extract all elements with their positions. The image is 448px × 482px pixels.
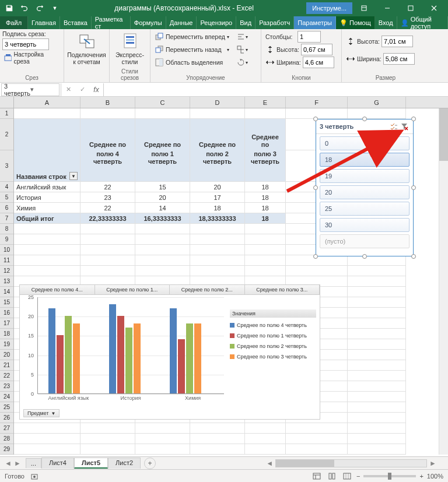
cell[interactable]: 16,33333333 <box>135 213 190 224</box>
cell[interactable] <box>80 234 135 245</box>
cell[interactable] <box>190 434 245 444</box>
cell[interactable]: 18 <box>245 182 286 192</box>
row-header[interactable]: 21 <box>0 360 13 371</box>
bring-forward-button[interactable]: Переместить вперед▾ <box>153 30 231 43</box>
multiselect-icon[interactable] <box>388 122 399 131</box>
cell[interactable] <box>245 434 286 444</box>
cell[interactable] <box>14 245 80 255</box>
cell[interactable]: 15 <box>135 182 190 192</box>
row-header[interactable]: 24 <box>0 392 13 402</box>
ribbon-options-icon[interactable] <box>352 0 376 16</box>
cell[interactable]: 20 <box>135 192 190 203</box>
save-icon[interactable] <box>2 1 16 15</box>
cell[interactable] <box>14 119 80 150</box>
slicer-item-empty[interactable]: (пусто) <box>320 234 410 248</box>
pivot-chart[interactable]: Среднее по полю 4...Среднее по полю 1...… <box>19 284 320 420</box>
legend-item[interactable]: Среднее по полю 1 четверть <box>230 333 316 339</box>
row-header[interactable]: 18 <box>0 329 13 339</box>
cell[interactable] <box>14 266 80 276</box>
cell[interactable]: 22 <box>80 182 135 192</box>
cell[interactable] <box>135 423 190 434</box>
cell[interactable] <box>348 444 406 455</box>
rotate-button[interactable]: ▾ <box>235 56 250 69</box>
cell[interactable] <box>80 423 135 434</box>
tab-file[interactable]: Файл <box>0 16 28 29</box>
cell[interactable]: 18,33333333 <box>190 213 245 224</box>
column-header[interactable]: D <box>190 97 245 108</box>
column-header[interactable]: G <box>348 97 406 108</box>
chart-filter-button[interactable]: Предмет▼ <box>23 409 60 417</box>
zoom-level[interactable]: 100% <box>427 473 443 480</box>
cell[interactable] <box>14 423 80 434</box>
cell[interactable] <box>348 318 406 329</box>
cell[interactable] <box>348 434 406 444</box>
report-connections-button[interactable]: Подключения к отчетам <box>69 30 104 66</box>
cell[interactable]: Названия строк▼ <box>14 150 80 182</box>
cell[interactable] <box>348 308 406 318</box>
tab-layout[interactable]: Разметка ст <box>92 16 131 29</box>
sheet-nav-prev-icon[interactable]: ◄ <box>5 459 12 467</box>
chart-bar[interactable] <box>109 304 116 393</box>
tab-review[interactable]: Рецензиро <box>197 16 236 29</box>
legend-item[interactable]: Среднее по полю 4 четверть <box>230 322 316 328</box>
cell[interactable] <box>14 444 80 455</box>
cell[interactable]: 23 <box>80 192 135 203</box>
vertical-scrollbar[interactable] <box>439 108 448 455</box>
zoom-out-icon[interactable]: − <box>356 473 360 480</box>
chart-bar[interactable] <box>48 308 55 393</box>
chart-bar[interactable] <box>117 316 124 393</box>
slicer-item[interactable]: 0 <box>320 136 410 150</box>
fx-icon[interactable]: fx <box>89 86 103 94</box>
column-header[interactable]: C <box>135 97 190 108</box>
chart-bar[interactable] <box>134 323 141 393</box>
cell[interactable] <box>245 245 286 255</box>
row-header[interactable]: 19 <box>0 339 13 350</box>
cell[interactable]: 22,33333333 <box>80 213 135 224</box>
chart-bar[interactable] <box>65 316 72 393</box>
cell[interactable] <box>14 434 80 444</box>
cell[interactable] <box>286 444 348 455</box>
row-header[interactable]: 7 <box>0 213 13 224</box>
view-normal-icon[interactable] <box>311 472 323 481</box>
cell[interactable]: полю 1 четверть <box>135 150 190 182</box>
cell[interactable] <box>348 402 406 413</box>
cell[interactable] <box>135 434 190 444</box>
select-all-corner[interactable] <box>0 97 13 108</box>
column-header[interactable]: E <box>245 97 286 108</box>
tab-data[interactable]: Данные <box>166 16 197 29</box>
cell[interactable] <box>135 224 190 234</box>
cell[interactable] <box>80 224 135 234</box>
row-header[interactable]: 23 <box>0 381 13 392</box>
slicer-caption-input[interactable] <box>2 38 49 50</box>
zoom-slider[interactable] <box>363 475 416 477</box>
cell[interactable]: Среднее по <box>190 119 245 150</box>
cell[interactable] <box>135 255 190 266</box>
chart-bar[interactable] <box>186 323 193 393</box>
cell[interactable] <box>135 245 190 255</box>
sheet-tab[interactable]: Лист5 <box>74 458 108 469</box>
column-header[interactable]: B <box>80 97 135 108</box>
chart-field-button[interactable]: Среднее по полю 2... <box>170 285 245 294</box>
redo-icon[interactable] <box>33 1 47 15</box>
cancel-formula-icon[interactable]: ✕ <box>61 86 75 93</box>
row-header[interactable]: 25 <box>0 402 13 413</box>
cell[interactable]: Среднее по <box>135 119 190 150</box>
cell[interactable] <box>245 108 286 119</box>
cell[interactable] <box>348 287 406 297</box>
tab-share[interactable]: 👤Общий доступ <box>397 16 448 29</box>
cell[interactable]: Химия <box>14 203 80 213</box>
chevron-down-icon[interactable]: ▾ <box>30 86 57 93</box>
row-header[interactable]: 22 <box>0 371 13 381</box>
name-box[interactable]: 3 четверть▾ <box>1 83 60 96</box>
cell[interactable] <box>190 444 245 455</box>
clear-filter-icon[interactable] <box>399 122 410 131</box>
cell[interactable] <box>80 108 135 119</box>
quick-styles-button[interactable]: Экспресс-стили <box>113 30 148 66</box>
cell[interactable] <box>190 234 245 245</box>
cell[interactable]: 22 <box>80 203 135 213</box>
row-header[interactable]: 26 <box>0 413 13 423</box>
align-button[interactable]: ▾ <box>235 30 250 43</box>
cell[interactable] <box>245 224 286 234</box>
tab-signin[interactable]: Вход <box>375 16 397 29</box>
close-button[interactable] <box>422 0 446 16</box>
